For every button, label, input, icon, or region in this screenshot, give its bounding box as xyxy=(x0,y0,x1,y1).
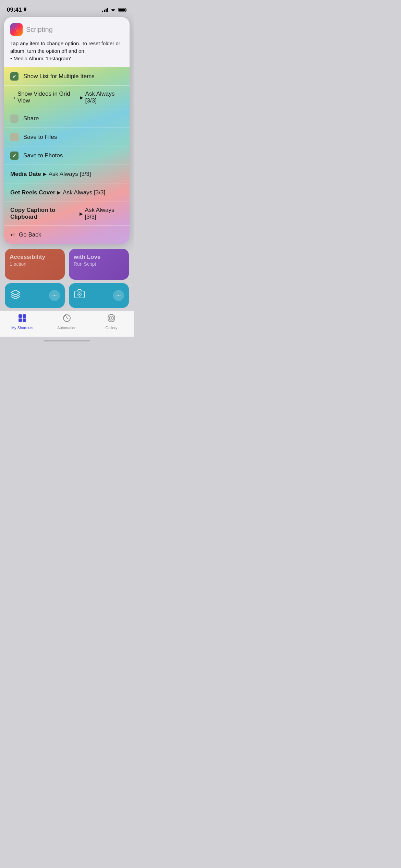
status-time: 09:41 xyxy=(7,7,27,13)
show-videos-value: Ask Always [3/3] xyxy=(85,91,123,104)
accessibility-subtitle: 1 action xyxy=(10,261,60,267)
title-row: Scripting xyxy=(10,23,123,36)
tab-automation[interactable]: Automation xyxy=(45,314,89,330)
save-to-photos-item[interactable]: ✓ Save to Photos xyxy=(4,146,130,165)
tab-bar: My Shortcuts Automation Gallery xyxy=(0,311,134,337)
media-date-label: Media Date xyxy=(10,171,41,178)
svg-rect-8 xyxy=(19,314,22,318)
my-shortcuts-label: My Shortcuts xyxy=(11,326,33,330)
layers-icon xyxy=(10,289,21,303)
get-reels-value: Ask Always [3/3] xyxy=(63,189,105,196)
status-bar: 09:41 xyxy=(0,0,134,17)
home-bar xyxy=(44,340,90,341)
scripting-modal: Scripting Tap any item to change option.… xyxy=(4,17,130,244)
modal-header: Scripting Tap any item to change option.… xyxy=(4,17,130,67)
gallery-label: Gallery xyxy=(106,326,118,330)
left-more-button[interactable]: ··· xyxy=(49,290,60,301)
left-action-card[interactable]: ··· xyxy=(5,283,65,308)
action-cards-row: ··· ··· xyxy=(0,280,134,311)
accessibility-title: Accessibility xyxy=(10,254,60,261)
share-checkbox xyxy=(10,114,19,123)
svg-rect-11 xyxy=(23,318,26,322)
automation-icon xyxy=(62,314,71,325)
save-files-checkbox xyxy=(10,133,19,141)
copy-caption-arrow-icon: ▶ xyxy=(80,211,83,216)
modal-description: Tap any item to change option. To reset … xyxy=(10,40,123,62)
right-action-card[interactable]: ··· xyxy=(69,283,129,308)
get-reels-label: Get Reels Cover xyxy=(10,189,55,196)
copy-caption-label: Copy Caption to Clipboard xyxy=(10,207,77,220)
svg-point-4 xyxy=(14,27,19,32)
options-list: ✓ Show List for Multiple Items ↳ Show Vi… xyxy=(4,67,130,244)
photo-icon xyxy=(74,289,85,303)
share-item[interactable]: Share xyxy=(4,109,130,128)
signal-bars xyxy=(102,8,108,12)
status-icons xyxy=(102,8,127,12)
scripting-app-icon xyxy=(10,23,23,36)
go-back-label: Go Back xyxy=(19,231,41,238)
indent-arrow-icon: ↳ xyxy=(12,94,16,100)
show-list-item[interactable]: ✓ Show List for Multiple Items xyxy=(4,67,130,86)
svg-rect-9 xyxy=(23,314,26,318)
show-list-checkbox: ✓ xyxy=(10,72,19,81)
copy-caption-value: Ask Always [3/3] xyxy=(85,207,123,220)
tab-gallery[interactable]: Gallery xyxy=(89,314,134,330)
bottom-cards-row: Accessibility 1 action with Love Run Scr… xyxy=(0,244,134,280)
show-videos-grid-item[interactable]: ↳ Show Videos in Grid View ▶ Ask Always … xyxy=(4,86,130,109)
svg-rect-1 xyxy=(126,9,127,11)
copy-caption-item[interactable]: Copy Caption to Clipboard ▶ Ask Always [… xyxy=(4,202,130,226)
save-to-files-item[interactable]: Save to Files xyxy=(4,128,130,146)
go-back-item[interactable]: ↵ Go Back xyxy=(4,226,130,244)
svg-rect-10 xyxy=(19,318,22,322)
location-icon xyxy=(23,8,27,12)
get-reels-cover-item[interactable]: Get Reels Cover ▶ Ask Always [3/3] xyxy=(4,183,130,202)
app-icon-svg xyxy=(13,26,20,33)
withlove-subtitle: Run Script xyxy=(74,261,124,267)
automation-label: Automation xyxy=(57,326,76,330)
save-photos-label: Save to Photos xyxy=(23,152,63,159)
right-more-button[interactable]: ··· xyxy=(113,290,124,301)
get-reels-arrow-icon: ▶ xyxy=(57,190,61,195)
withlove-card[interactable]: with Love Run Script xyxy=(69,249,129,280)
show-videos-arrow-icon: ▶ xyxy=(80,95,83,100)
media-date-arrow-icon: ▶ xyxy=(43,171,47,177)
media-date-value: Ask Always [3/3] xyxy=(49,171,91,178)
home-indicator xyxy=(0,337,134,344)
battery-icon xyxy=(118,8,127,12)
save-files-label: Save to Files xyxy=(23,134,57,141)
share-label: Share xyxy=(23,115,39,122)
my-shortcuts-icon xyxy=(18,314,27,325)
gallery-icon xyxy=(107,314,116,325)
time-display: 09:41 xyxy=(7,7,22,13)
svg-rect-2 xyxy=(119,9,125,11)
media-date-item[interactable]: Media Date ▶ Ask Always [3/3] xyxy=(4,165,130,183)
wifi-icon xyxy=(110,8,116,12)
save-photos-checkbox: ✓ xyxy=(10,152,19,160)
tab-my-shortcuts[interactable]: My Shortcuts xyxy=(0,314,45,330)
accessibility-card[interactable]: Accessibility 1 action xyxy=(5,249,65,280)
svg-point-13 xyxy=(111,317,112,319)
svg-point-7 xyxy=(79,294,80,295)
modal-title: Scripting xyxy=(26,26,53,34)
go-back-icon: ↵ xyxy=(10,231,15,239)
show-list-label: Show List for Multiple Items xyxy=(23,73,95,80)
withlove-title: with Love xyxy=(74,254,124,261)
show-videos-label: Show Videos in Grid View xyxy=(17,91,78,104)
